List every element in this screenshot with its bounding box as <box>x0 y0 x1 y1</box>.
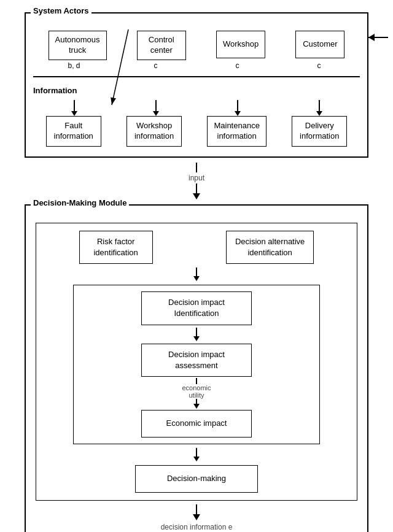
dmm-box-decision-impact-id: Decision impactIdentification <box>141 291 252 325</box>
actor-name-workshop: Workshop <box>223 39 259 50</box>
arrow-with-economic-label: economic utility <box>182 378 211 409</box>
decision-alt-label: Decision alternativeidentification <box>235 236 305 258</box>
arrow-impact-id-to-assessment <box>193 328 200 341</box>
info-box-workshop: Workshopinformation <box>126 116 182 147</box>
actor-name-customer: Customer <box>303 39 337 50</box>
input-label: input <box>189 174 204 182</box>
actor-sublabel-customer: c <box>292 61 347 70</box>
output-arrow: decision information e <box>36 504 357 531</box>
info-label-workshop: Workshopinformation <box>134 121 174 142</box>
decision-making-label: Decision-making <box>167 473 226 484</box>
info-box-delivery: Deliveryinformation <box>292 116 347 147</box>
actor-sublabel-control: c <box>128 61 184 70</box>
arrow-to-workshop <box>128 100 184 116</box>
info-item-delivery: Deliveryinformation <box>292 116 347 147</box>
decision-impact-id-label: Decision impactIdentification <box>168 297 225 319</box>
arrow-to-maintenance <box>210 100 265 116</box>
info-box-maintenance: Maintenanceinformation <box>207 116 266 147</box>
decision-module-label: Decision-Making Module <box>31 198 129 207</box>
actor-sublabel-truck: b, d <box>47 61 102 70</box>
dmm-box-decision-making: Decision-making <box>135 465 258 493</box>
info-label-fault: Faultinformation <box>54 121 93 142</box>
dmm-box-risk-factor: Risk factoridentification <box>79 231 153 264</box>
actors-row: Autonomous truck Control center Workshop <box>33 31 360 60</box>
arrow-to-fault <box>47 100 102 116</box>
actor-sublabels: b, d c c c <box>33 61 360 70</box>
system-info-combined-box: System Actors Autonomous truck Control <box>25 12 368 158</box>
information-label: Information <box>33 86 360 95</box>
down-arrows-row <box>33 100 360 116</box>
arrow-flow-to-decision <box>193 448 200 461</box>
arrow-to-delivery <box>292 100 347 116</box>
actor-autonomous-truck: Autonomous truck <box>49 31 107 60</box>
economic-impact-label: Economic impact <box>166 418 227 429</box>
decision-impact-assessment-label: Decision impactassessment <box>168 349 225 371</box>
info-item-maintenance: Maintenanceinformation <box>207 116 266 147</box>
actor-box-control-center: Control center <box>137 31 186 60</box>
dmm-box-economic-impact: Economic impact <box>141 410 252 438</box>
arrow-top-to-flow <box>193 268 200 281</box>
output-label: decision information e <box>161 523 233 531</box>
dmm-flow-inner: Decision impactIdentification Decision i… <box>73 285 320 444</box>
actor-box-workshop: Workshop <box>216 31 265 58</box>
arrows-and-info: Faultinformation Workshopinformation Mai… <box>33 100 360 147</box>
info-label-maintenance: Maintenanceinformation <box>214 121 259 142</box>
incoming-arrow <box>368 37 388 38</box>
info-boxes-row: Faultinformation Workshopinformation Mai… <box>33 116 360 147</box>
section-divider <box>33 76 360 77</box>
info-item-workshop: Workshopinformation <box>126 116 182 147</box>
actor-workshop: Workshop <box>216 31 265 58</box>
actor-box-autonomous-truck: Autonomous truck <box>49 31 107 60</box>
actor-sublabel-workshop: c <box>210 61 265 70</box>
combined-inner: Autonomous truck Control center Workshop <box>26 13 367 156</box>
risk-factor-label: Risk factoridentification <box>93 236 138 258</box>
diagram-container: System Actors Autonomous truck Control <box>25 12 368 532</box>
dmm-top-row: Risk factoridentification Decision alter… <box>42 231 351 264</box>
actor-control-center: Control center <box>137 31 186 60</box>
info-item-fault: Faultinformation <box>46 116 101 147</box>
dmm-box-decision-alt: Decision alternativeidentification <box>226 231 314 264</box>
economic-utility-label-2: utility <box>189 391 204 399</box>
info-box-fault: Faultinformation <box>46 116 101 147</box>
actor-customer: Customer <box>295 31 344 58</box>
economic-utility-label: economic <box>182 384 211 391</box>
input-arrow: input <box>189 163 204 199</box>
decision-module-box: Decision-Making Module Risk factoridenti… <box>25 204 368 532</box>
actor-name-autonomous-truck: Autonomous truck <box>55 35 100 56</box>
dmm-outer-wrapper: Risk factoridentification Decision alter… <box>36 223 357 501</box>
actor-name-control-center: Control center <box>149 35 174 56</box>
actor-box-customer: Customer <box>295 31 344 58</box>
system-actors-label: System Actors <box>31 6 91 15</box>
info-label-delivery: Deliveryinformation <box>300 121 339 142</box>
dmm-box-decision-impact-assessment: Decision impactassessment <box>141 344 252 377</box>
